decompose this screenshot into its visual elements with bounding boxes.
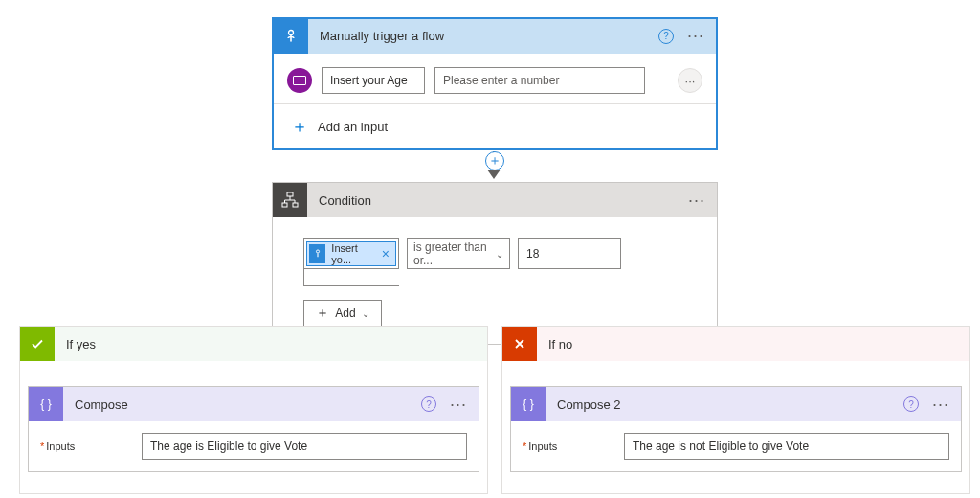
if-yes-header[interactable]: If yes xyxy=(20,327,487,361)
compose-card[interactable]: { } Compose ? ··· Inputs The age is Elig… xyxy=(28,386,479,472)
number-input-icon xyxy=(287,68,312,93)
inputs-label: Inputs xyxy=(40,441,132,452)
chevron-down-icon: ⌄ xyxy=(362,308,369,319)
compose-inputs-field[interactable]: The age is not Eligible to give Vote xyxy=(624,433,949,460)
chevron-down-icon: ⌄ xyxy=(496,249,503,260)
compose-inputs-field[interactable]: The age is Eligible to give Vote xyxy=(142,433,467,460)
expression-group-line xyxy=(303,269,399,286)
condition-header[interactable]: Condition ··· xyxy=(273,183,717,217)
add-condition-label: Add xyxy=(335,306,355,320)
if-yes-branch: If yes { } Compose ? ··· Inputs The age … xyxy=(19,326,488,494)
svg-point-4 xyxy=(316,250,319,253)
more-menu-icon[interactable]: ··· xyxy=(928,395,953,415)
compose-header[interactable]: { } Compose 2 ? ··· xyxy=(511,387,961,421)
plus-icon: ＋ xyxy=(316,305,329,322)
svg-rect-1 xyxy=(287,192,293,196)
svg-rect-3 xyxy=(293,203,298,207)
if-no-branch: If no { } Compose 2 ? ··· Inputs The age… xyxy=(501,326,970,494)
help-icon[interactable]: ? xyxy=(658,29,674,44)
manual-trigger-icon xyxy=(309,244,325,263)
add-condition-button[interactable]: ＋ Add ⌄ xyxy=(303,300,382,327)
token-label: Insert yo... xyxy=(331,242,373,265)
flow-canvas: Manually trigger a flow ? ··· Insert you… xyxy=(0,0,980,498)
condition-expression-row: Insert yo... × is greater than or... ⌄ 1… xyxy=(303,238,686,269)
manual-trigger-icon xyxy=(274,19,308,54)
compose-icon: { } xyxy=(511,387,546,421)
trigger-input-row: Insert your Age Please enter a number ··… xyxy=(274,54,716,104)
more-menu-icon[interactable]: ··· xyxy=(683,26,708,46)
condition-left-operand[interactable]: Insert yo... × xyxy=(303,238,399,269)
trigger-header[interactable]: Manually trigger a flow ? ··· xyxy=(274,19,716,54)
svg-point-0 xyxy=(289,30,294,34)
if-yes-title: If yes xyxy=(55,337,96,351)
inputs-label: Inputs xyxy=(523,441,614,452)
condition-card[interactable]: Condition ··· Insert yo... × is greater … xyxy=(272,182,718,345)
more-menu-icon[interactable]: ··· xyxy=(446,395,471,415)
compose-header[interactable]: { } Compose ? ··· xyxy=(29,387,479,421)
condition-title: Condition xyxy=(307,193,684,208)
compose-body: Inputs The age is not Eligible to give V… xyxy=(511,421,961,471)
input-placeholder-field[interactable]: Please enter a number xyxy=(434,67,645,94)
input-name-field[interactable]: Insert your Age xyxy=(322,67,425,94)
condition-icon xyxy=(273,183,307,217)
check-icon xyxy=(20,327,55,361)
close-icon xyxy=(502,327,537,361)
compose-icon: { } xyxy=(29,387,63,421)
if-no-title: If no xyxy=(537,337,572,351)
remove-token-icon[interactable]: × xyxy=(380,246,391,261)
add-input-button[interactable]: ＋ Add an input xyxy=(274,104,716,148)
operator-label: is greater than or... xyxy=(413,240,496,267)
add-step-button[interactable]: ＋ xyxy=(485,151,504,170)
compose-title: Compose xyxy=(63,397,421,412)
if-no-header[interactable]: If no xyxy=(502,327,969,361)
trigger-card[interactable]: Manually trigger a flow ? ··· Insert you… xyxy=(272,17,718,150)
compose-title: Compose 2 xyxy=(546,397,903,412)
compose-card-2[interactable]: { } Compose 2 ? ··· Inputs The age is no… xyxy=(510,386,962,472)
condition-value-input[interactable]: 18 xyxy=(518,238,621,269)
more-menu-icon[interactable]: ··· xyxy=(684,191,709,211)
operator-dropdown[interactable]: is greater than or... ⌄ xyxy=(407,238,510,269)
compose-body: Inputs The age is Eligible to give Vote xyxy=(29,421,479,471)
svg-rect-2 xyxy=(282,203,287,207)
help-icon[interactable]: ? xyxy=(421,396,436,412)
add-input-label: Add an input xyxy=(318,120,388,134)
trigger-title: Manually trigger a flow xyxy=(308,29,658,43)
input-more-icon[interactable]: ··· xyxy=(678,68,702,93)
help-icon[interactable]: ? xyxy=(903,396,919,412)
plus-icon: ＋ xyxy=(291,118,308,135)
arrow-down-icon xyxy=(487,170,501,179)
dynamic-token[interactable]: Insert yo... × xyxy=(306,241,396,266)
